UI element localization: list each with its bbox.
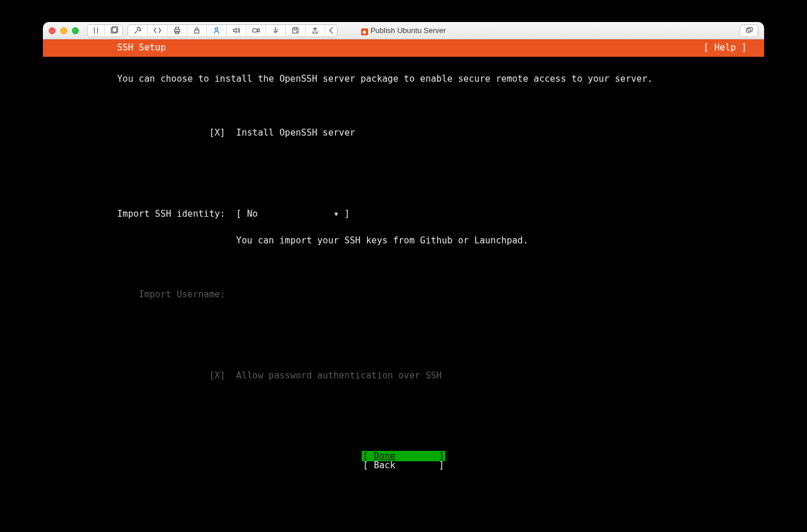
install-openssh-checkbox[interactable]: [X] (209, 127, 226, 138)
camera-icon[interactable] (246, 25, 266, 37)
toolbar-group (128, 24, 337, 37)
import-identity-label: Import SSH identity: (117, 209, 226, 219)
import-username-label: Import Username: (139, 289, 225, 300)
svg-rect-5 (195, 30, 199, 34)
code-icon[interactable] (148, 25, 168, 37)
svg-point-9 (296, 31, 297, 32)
import-identity-dropdown[interactable]: [ No ▾ ] (236, 209, 350, 219)
help-button[interactable]: [ Help ] (703, 43, 747, 53)
allow-password-row: [X] Allow password authentication over S… (117, 371, 747, 381)
install-openssh-label: Install OpenSSH server (236, 127, 355, 138)
installer-title: SSH Setup (117, 43, 166, 53)
close-window-button[interactable] (49, 27, 56, 34)
disk-icon[interactable] (286, 25, 306, 37)
description-text: You can choose to install the OpenSSH se… (117, 75, 747, 84)
installer-footer: [ Done ] [ Back ] (43, 452, 764, 470)
import-identity-hint: You can import your SSH keys from Github… (117, 236, 747, 246)
allow-password-checkbox: [X] (209, 370, 226, 381)
vm-window: ◆Publish Ubuntu Server SSH Setup [ Help … (43, 22, 764, 476)
chevron-down-icon: ▾ (333, 209, 339, 219)
svg-point-6 (215, 27, 218, 30)
import-username-row: Import Username: (117, 290, 747, 300)
ubuntu-icon: ◆ (361, 28, 368, 35)
lock-icon[interactable] (187, 25, 207, 37)
usb-icon[interactable] (266, 25, 286, 37)
back-button[interactable]: [ Back ] (363, 461, 444, 471)
windowed-mode-button[interactable] (740, 24, 758, 37)
vm-console: SSH Setup [ Help ] You can choose to ins… (43, 39, 764, 476)
sound-icon[interactable] (227, 25, 246, 37)
pause-segment (87, 24, 123, 37)
window-title-text: Publish Ubuntu Server (370, 26, 446, 35)
wrench-icon[interactable] (128, 25, 148, 37)
import-identity-row: Import SSH identity: [ No ▾ ] (117, 210, 747, 219)
allow-password-label: Allow password authentication over SSH (236, 370, 442, 381)
user-icon[interactable] (207, 25, 227, 37)
svg-rect-11 (748, 27, 753, 31)
printer-icon[interactable] (168, 25, 187, 37)
svg-rect-3 (176, 27, 179, 30)
svg-rect-4 (176, 31, 179, 34)
window-titlebar: ◆Publish Ubuntu Server (43, 22, 764, 39)
minimize-window-button[interactable] (60, 27, 67, 34)
svg-rect-10 (746, 28, 751, 32)
share-icon[interactable] (306, 25, 325, 37)
traffic-lights (49, 27, 79, 34)
chevron-left-icon[interactable] (325, 25, 337, 37)
pause-button[interactable] (88, 25, 105, 37)
installer-body: You can choose to install the OpenSSH se… (43, 57, 764, 476)
svg-rect-8 (293, 28, 298, 33)
snapshot-button[interactable] (105, 25, 122, 37)
svg-rect-7 (253, 29, 257, 32)
install-openssh-row[interactable]: [X] Install OpenSSH server (117, 129, 747, 138)
zoom-window-button[interactable] (72, 27, 79, 34)
installer-header: SSH Setup [ Help ] (43, 39, 764, 57)
